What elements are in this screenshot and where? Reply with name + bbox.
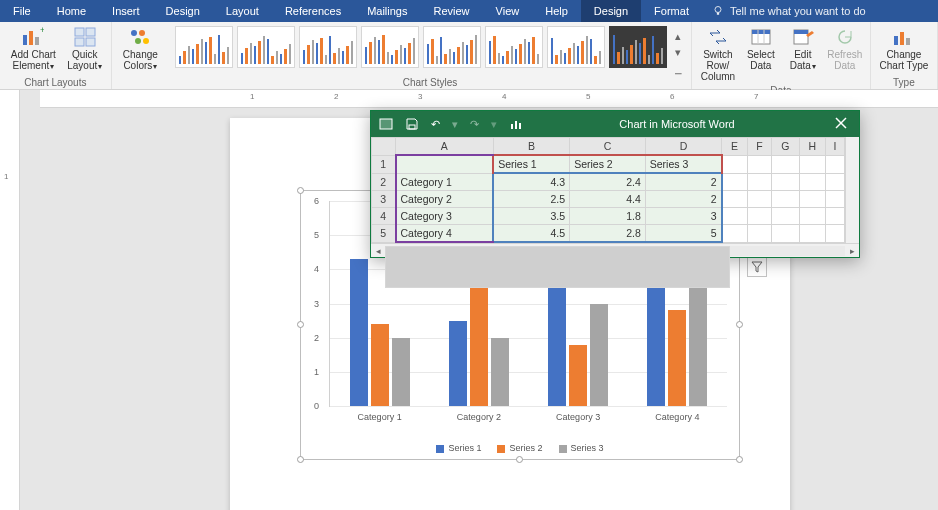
chart-bar[interactable] bbox=[392, 338, 410, 406]
svg-rect-20 bbox=[894, 36, 898, 45]
chart-style-thumb[interactable] bbox=[485, 26, 543, 68]
change-chart-type-button[interactable]: Change Chart Type bbox=[877, 24, 931, 73]
excel-row-header[interactable]: 5 bbox=[372, 225, 396, 243]
resize-handle[interactable] bbox=[297, 456, 304, 463]
menu-tab-home[interactable]: Home bbox=[44, 0, 99, 22]
svg-text:+: + bbox=[40, 27, 44, 35]
chart-style-gallery[interactable] bbox=[175, 24, 667, 68]
excel-titlebar[interactable]: ↶ ▾ ↷ ▾ Chart in Microsoft Word bbox=[371, 111, 859, 137]
menu-tab-review[interactable]: Review bbox=[421, 0, 483, 22]
chart-style-thumb[interactable] bbox=[237, 26, 295, 68]
menu-tab-insert[interactable]: Insert bbox=[99, 0, 153, 22]
excel-horizontal-scrollbar[interactable]: ◂ ▸ bbox=[371, 243, 859, 257]
svg-rect-22 bbox=[906, 38, 910, 45]
legend-item[interactable]: Series 1 bbox=[436, 443, 481, 453]
chart-legend[interactable]: Series 1Series 2Series 3 bbox=[301, 443, 739, 453]
change-chart-type-icon bbox=[893, 27, 915, 47]
legend-item[interactable]: Series 2 bbox=[497, 443, 542, 453]
chart-filter-button[interactable] bbox=[747, 257, 767, 277]
chart-icon[interactable] bbox=[509, 117, 523, 131]
legend-item[interactable]: Series 3 bbox=[559, 443, 604, 453]
resize-handle[interactable] bbox=[516, 456, 523, 463]
svg-rect-2 bbox=[23, 35, 27, 45]
chart-bar[interactable] bbox=[491, 338, 509, 406]
gallery-scroll[interactable]: ▴ ▾ ⎯ bbox=[671, 24, 685, 74]
menu-tab-design[interactable]: Design bbox=[581, 0, 641, 22]
menu-tab-view[interactable]: View bbox=[483, 0, 533, 22]
excel-row-header[interactable]: 2 bbox=[372, 173, 396, 191]
switch-row-col-icon bbox=[707, 27, 729, 47]
group-type: Change Chart Type Type bbox=[871, 22, 938, 89]
chart-style-thumb[interactable] bbox=[423, 26, 481, 68]
close-button[interactable] bbox=[831, 112, 851, 136]
chart-style-thumb[interactable] bbox=[361, 26, 419, 68]
chart-bar[interactable] bbox=[569, 345, 587, 407]
svg-rect-6 bbox=[75, 28, 84, 36]
chart-bar[interactable] bbox=[449, 321, 467, 406]
excel-row-header[interactable]: 1 bbox=[372, 155, 396, 173]
refresh-data-button: Refresh Data bbox=[826, 24, 864, 73]
change-colors-button[interactable]: Change Colors▾ bbox=[118, 24, 163, 74]
excel-col-header[interactable]: B bbox=[493, 138, 569, 156]
excel-col-header[interactable]: I bbox=[825, 138, 844, 156]
excel-col-header[interactable]: E bbox=[722, 138, 747, 156]
chart-bar[interactable] bbox=[371, 324, 389, 406]
resize-handle[interactable] bbox=[297, 321, 304, 328]
quick-layout-button[interactable]: Quick Layout▾ bbox=[65, 24, 105, 74]
chart-style-thumb[interactable] bbox=[299, 26, 357, 68]
excel-col-header[interactable]: H bbox=[799, 138, 825, 156]
svg-rect-28 bbox=[519, 123, 521, 129]
excel-col-header[interactable]: C bbox=[570, 138, 646, 156]
edit-data-button[interactable]: Edit Data▾ bbox=[784, 24, 822, 74]
add-chart-element-button[interactable]: + Add Chart Element▾ bbox=[6, 24, 61, 74]
excel-vertical-scrollbar[interactable] bbox=[845, 137, 859, 243]
select-data-button[interactable]: Select Data bbox=[742, 24, 780, 73]
chart-bar[interactable] bbox=[590, 304, 608, 407]
svg-rect-9 bbox=[86, 38, 95, 46]
chart-style-thumb[interactable] bbox=[175, 26, 233, 68]
excel-row-header[interactable]: 4 bbox=[372, 208, 396, 225]
switch-row-col-button[interactable]: Switch Row/ Column bbox=[698, 24, 738, 84]
horizontal-ruler: 1234567 bbox=[40, 90, 938, 108]
change-colors-icon bbox=[129, 27, 151, 47]
menu-tab-layout[interactable]: Layout bbox=[213, 0, 272, 22]
gallery-more-icon[interactable]: ⎯ bbox=[675, 62, 682, 74]
excel-row-header[interactable]: 3 bbox=[372, 191, 396, 208]
chart-bar[interactable] bbox=[350, 259, 368, 406]
chart-style-thumb[interactable] bbox=[609, 26, 667, 68]
excel-col-header[interactable]: G bbox=[772, 138, 799, 156]
svg-point-11 bbox=[139, 30, 145, 36]
menu-tab-mailings[interactable]: Mailings bbox=[354, 0, 420, 22]
excel-data-window[interactable]: ↶ ▾ ↷ ▾ Chart in Microsoft Word ABCDEFGH… bbox=[370, 110, 860, 258]
menu-tab-format[interactable]: Format bbox=[641, 0, 702, 22]
resize-handle[interactable] bbox=[736, 321, 743, 328]
redo-icon[interactable]: ↷ bbox=[470, 118, 479, 131]
group-change-colors: Change Colors▾ bbox=[112, 22, 169, 89]
gallery-up-icon[interactable]: ▴ bbox=[675, 30, 681, 43]
scroll-left-icon[interactable]: ◂ bbox=[371, 246, 385, 256]
tell-me-search[interactable]: Tell me what you want to do bbox=[702, 0, 876, 22]
excel-col-header[interactable]: D bbox=[645, 138, 721, 156]
menu-tab-file[interactable]: File bbox=[0, 0, 44, 22]
funnel-icon bbox=[751, 261, 763, 273]
excel-icon bbox=[379, 117, 393, 131]
save-icon[interactable] bbox=[405, 117, 419, 131]
scroll-right-icon[interactable]: ▸ bbox=[845, 246, 859, 256]
gallery-down-icon[interactable]: ▾ bbox=[675, 46, 681, 59]
chart-bar[interactable] bbox=[548, 286, 566, 406]
excel-col-header[interactable] bbox=[372, 138, 396, 156]
menu-tab-design[interactable]: Design bbox=[153, 0, 213, 22]
chart-style-thumb[interactable] bbox=[547, 26, 605, 68]
menu-tab-help[interactable]: Help bbox=[532, 0, 581, 22]
excel-col-header[interactable]: F bbox=[747, 138, 772, 156]
menu-tab-references[interactable]: References bbox=[272, 0, 354, 22]
svg-rect-8 bbox=[75, 38, 84, 46]
excel-col-header[interactable]: A bbox=[396, 138, 494, 156]
category-axis-label: Category 2 bbox=[429, 412, 528, 422]
undo-icon[interactable]: ↶ bbox=[431, 118, 440, 131]
excel-grid[interactable]: ABCDEFGHI1Series 1Series 2Series 32Categ… bbox=[371, 137, 845, 243]
group-label: Type bbox=[877, 76, 931, 88]
chart-bar[interactable] bbox=[668, 310, 686, 406]
resize-handle[interactable] bbox=[297, 187, 304, 194]
resize-handle[interactable] bbox=[736, 456, 743, 463]
